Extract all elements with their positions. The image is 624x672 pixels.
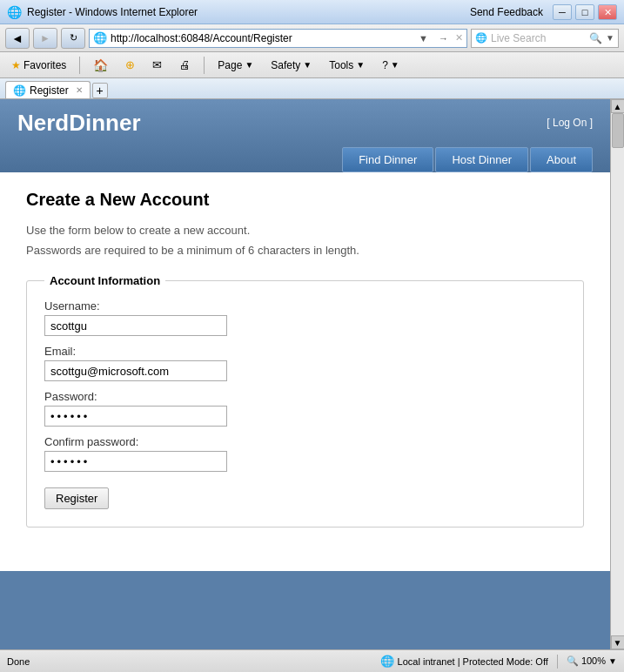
email-label: Email:	[44, 345, 566, 358]
refresh-button[interactable]: ↻	[61, 28, 85, 49]
help-dropdown-icon: ▼	[391, 60, 399, 70]
password-group: Password:	[44, 390, 566, 427]
toolbar: ★ Favorites 🏠 ⊕ ✉ 🖨 Page ▼ Safety ▼ Tool…	[0, 52, 624, 78]
maximize-button[interactable]: □	[575, 4, 594, 20]
email-input[interactable]	[44, 360, 227, 381]
page-title: Create a New Account	[26, 190, 584, 210]
host-dinner-button[interactable]: Host Dinner	[435, 147, 528, 172]
browser-viewport: NerdDinner [ Log On ] Find Dinner Host D…	[0, 99, 624, 649]
fieldset-legend: Account Information	[44, 274, 165, 287]
tab-register[interactable]: 🌐 Register ✕	[5, 81, 91, 98]
new-tab-button[interactable]: +	[92, 83, 108, 98]
mail-button[interactable]: ✉	[146, 55, 168, 76]
status-bar: Done 🌐 Local intranet | Protected Mode: …	[0, 649, 624, 672]
live-search-dropdown-icon[interactable]: ▼	[606, 33, 614, 43]
home-button[interactable]: 🏠	[87, 55, 114, 76]
nd-login-link[interactable]: [ Log On ]	[547, 110, 593, 129]
nd-logo: NerdDinner	[17, 110, 141, 147]
page-dropdown-icon: ▼	[245, 60, 253, 70]
minimize-button[interactable]: ─	[553, 4, 572, 20]
close-button[interactable]: ✕	[598, 4, 617, 20]
tools-dropdown-icon: ▼	[356, 60, 365, 70]
scrollbar[interactable]: ▲ ▼	[610, 99, 624, 649]
status-text: Done	[7, 656, 372, 667]
feeds-button[interactable]: ⊕	[119, 55, 141, 76]
username-group: Username:	[44, 299, 566, 336]
scroll-thumb[interactable]	[612, 113, 624, 148]
back-button[interactable]: ◄	[5, 28, 30, 49]
nd-nav: Find Dinner Host Dinner About	[17, 147, 593, 172]
toolbar-divider-2	[204, 57, 205, 74]
stop-button[interactable]: ✕	[455, 32, 463, 44]
about-button[interactable]: About	[530, 147, 593, 172]
nd-header: NerdDinner [ Log On ] Find Dinner Host D…	[0, 99, 610, 172]
search-icon[interactable]: 🔍	[589, 32, 602, 44]
tab-ie-icon: 🌐	[13, 84, 26, 97]
safety-button[interactable]: Safety ▼	[265, 55, 318, 76]
help-button[interactable]: ? ▼	[376, 55, 406, 76]
address-bar: ◄ ► ↻ 🌐 http://localhost:60848/Account/R…	[0, 24, 624, 52]
page-area: NerdDinner [ Log On ] Find Dinner Host D…	[0, 99, 610, 649]
zone-text: Local intranet | Protected Mode: Off	[398, 656, 548, 667]
scroll-up-button[interactable]: ▲	[611, 99, 625, 113]
tab-bar: 🌐 Register ✕ +	[0, 78, 624, 99]
tools-button[interactable]: Tools ▼	[323, 55, 371, 76]
toolbar-divider-1	[79, 57, 80, 74]
zone-icon: 🌐	[380, 655, 394, 668]
ie-logo-icon: 🌐	[7, 5, 22, 19]
confirm-password-input[interactable]	[44, 451, 227, 472]
email-group: Email:	[44, 345, 566, 381]
password-input[interactable]	[44, 406, 227, 427]
account-info-fieldset: Account Information Username: Email: Pas…	[26, 274, 584, 528]
page-button[interactable]: Page ▼	[211, 55, 259, 76]
address-url[interactable]: http://localhost:60848/Account/Register	[111, 32, 412, 44]
live-search-icon: 🌐	[475, 32, 487, 44]
send-feedback-button[interactable]: Send Feedback	[464, 2, 549, 23]
live-search-box[interactable]: 🌐 Live Search 🔍 ▼	[471, 29, 619, 48]
confirm-password-label: Confirm password:	[44, 435, 566, 448]
address-box: 🌐 http://localhost:60848/Account/Registe…	[89, 29, 467, 48]
tab-close-icon[interactable]: ✕	[76, 85, 83, 95]
safety-dropdown-icon: ▼	[303, 60, 312, 70]
forward-button[interactable]: ►	[33, 28, 57, 49]
username-input[interactable]	[44, 315, 227, 336]
window-title: Register - Windows Internet Explorer	[27, 6, 198, 18]
zoom-indicator[interactable]: 🔍 100% ▼	[567, 655, 617, 667]
star-icon: ★	[11, 59, 21, 71]
zoom-text: 🔍 100%	[567, 655, 606, 666]
zoom-dropdown-icon[interactable]: ▼	[608, 656, 617, 666]
scroll-track	[612, 113, 624, 635]
print-button[interactable]: 🖨	[173, 55, 197, 76]
go-button[interactable]: →	[435, 33, 452, 44]
password-label: Password:	[44, 390, 566, 403]
register-button[interactable]: Register	[44, 487, 109, 509]
find-dinner-button[interactable]: Find Dinner	[342, 147, 433, 172]
title-bar: 🌐 Register - Windows Internet Explorer S…	[0, 0, 624, 24]
scroll-down-button[interactable]: ▼	[611, 635, 625, 649]
page-body: Create a New Account Use the form below …	[0, 172, 610, 571]
tab-label: Register	[30, 84, 69, 97]
status-zone: 🌐 Local intranet | Protected Mode: Off	[380, 655, 548, 668]
page-desc2: Passwords are required to be a minimum o…	[26, 244, 584, 257]
status-divider	[557, 655, 558, 669]
page-desc1: Use the form below to create a new accou…	[26, 224, 584, 237]
live-search-text: Live Search	[491, 32, 586, 44]
username-label: Username:	[44, 299, 566, 312]
confirm-password-group: Confirm password:	[44, 435, 566, 472]
address-ie-icon: 🌐	[93, 31, 107, 44]
favorites-button[interactable]: ★ Favorites	[5, 55, 72, 76]
address-dropdown-icon[interactable]: ▼	[415, 33, 432, 44]
